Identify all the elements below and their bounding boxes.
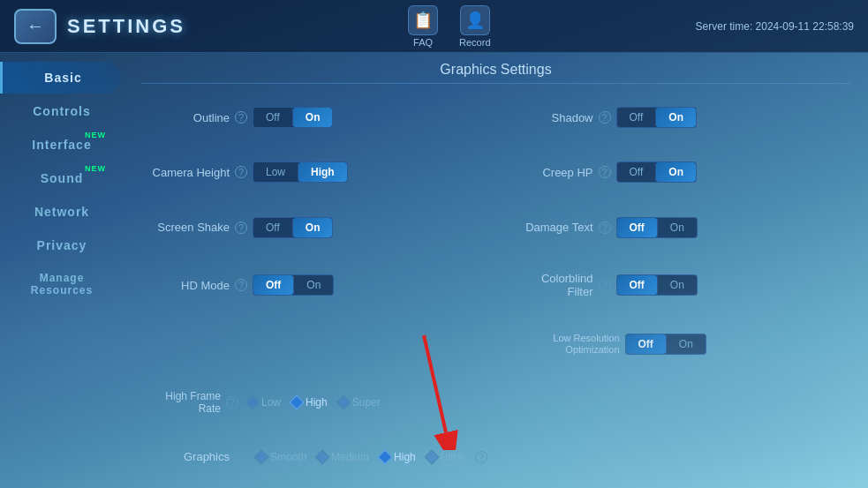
back-button[interactable]: ← — [14, 9, 57, 44]
sidebar: Basic Controls NEW Interface NEW Sound N… — [0, 53, 124, 488]
hd-mode-off-btn[interactable]: Off — [253, 275, 293, 295]
outline-help[interactable]: ? — [235, 111, 247, 124]
shadow-help[interactable]: ? — [599, 111, 611, 124]
camera-high-btn[interactable]: High — [298, 162, 347, 182]
graphics-label: Graphics — [141, 450, 230, 463]
camera-height-label: Camera Height — [141, 166, 230, 179]
outline-on-btn[interactable]: On — [293, 108, 333, 127]
screen-shake-label: Screen Shake — [141, 221, 230, 234]
shadow-row: Shadow ? Off On — [505, 93, 851, 142]
shadow-on-btn[interactable]: On — [656, 108, 696, 127]
hd-mode-label: HD Mode — [141, 279, 230, 292]
sidebar-item-manage[interactable]: Manage Resources — [0, 263, 124, 305]
new-badge-sound: NEW — [85, 164, 106, 173]
frame-high-label: High — [306, 396, 328, 409]
graphics-ultra-option[interactable]: Ultra — [423, 449, 466, 465]
top-center-icons: 📋 FAQ 👤 Record — [408, 5, 490, 48]
record-button[interactable]: 👤 Record — [459, 5, 490, 48]
hd-mode-toggle: Off On — [253, 274, 334, 296]
creep-hp-on-btn[interactable]: On — [656, 162, 696, 182]
page-title: SETTINGS — [67, 15, 185, 38]
sidebar-item-network[interactable]: Network — [0, 196, 124, 228]
creep-hp-label: Creep HP — [505, 166, 593, 179]
shadow-toggle: Off On — [616, 107, 697, 128]
hd-mode-on-btn[interactable]: On — [294, 275, 333, 295]
camera-low-btn[interactable]: Low — [253, 162, 298, 182]
colorblind-row: ColorblindFilter ? Off On — [505, 258, 851, 313]
graphics-ultra-diamond — [424, 449, 439, 464]
frame-super-option[interactable]: Super — [335, 394, 384, 410]
screen-shake-row: Screen Shake ? Off On — [141, 202, 487, 252]
top-bar: ← SETTINGS 📋 FAQ 👤 Record Server time: 2… — [0, 0, 868, 53]
frame-high-diamond — [290, 395, 305, 410]
graphics-medium-label: Medium — [331, 451, 369, 463]
damage-text-off-btn[interactable]: Off — [617, 218, 657, 237]
server-time: Server time: 2024-09-11 22:58:39 — [696, 20, 854, 33]
graphics-quality-help[interactable]: ? — [475, 451, 487, 463]
faq-button[interactable]: 📋 FAQ — [408, 5, 438, 48]
frame-low-diamond — [245, 395, 260, 410]
colorblind-off-btn[interactable]: Off — [617, 275, 657, 295]
low-res-row: Low ResolutionOptimization Off On — [505, 319, 851, 371]
creep-hp-help[interactable]: ? — [599, 166, 611, 178]
graphics-ultra-label: Ultra — [441, 451, 463, 463]
section-title: Graphics Settings — [141, 62, 850, 84]
colorblind-toggle: Off On — [616, 274, 698, 296]
low-res-toggle: Off On — [625, 334, 706, 355]
colorblind-help[interactable]: ? — [599, 279, 611, 291]
frame-super-diamond — [336, 395, 351, 410]
screen-shake-help[interactable]: ? — [235, 221, 247, 234]
frame-rate-row: High FrameRate ? Low High Super — [141, 376, 850, 430]
frame-rate-help[interactable]: ? — [226, 396, 238, 409]
graphics-row: Graphics ? Smooth Medium High — [141, 435, 850, 479]
frame-rate-label: High FrameRate — [141, 390, 221, 416]
record-icon: 👤 — [460, 5, 490, 35]
frame-high-option[interactable]: High — [288, 394, 331, 410]
camera-height-toggle: Low High — [253, 161, 348, 183]
outline-row: Outline ? Off On — [141, 93, 487, 142]
new-badge-interface: NEW — [85, 131, 106, 139]
damage-text-toggle: Off On — [616, 217, 698, 238]
outline-off-btn[interactable]: Off — [253, 108, 292, 127]
damage-text-on-btn[interactable]: On — [658, 218, 697, 237]
sidebar-item-basic[interactable]: Basic — [0, 62, 124, 94]
frame-super-label: Super — [352, 396, 381, 409]
sidebar-item-controls[interactable]: Controls — [0, 95, 124, 127]
low-res-off-btn[interactable]: Off — [626, 334, 666, 354]
main-layout: Basic Controls NEW Interface NEW Sound N… — [0, 53, 868, 488]
damage-text-row: Damage Text ? Off On — [505, 202, 851, 252]
creep-hp-toggle: Off On — [616, 161, 697, 183]
content-area: Graphics Settings Outline ? Off On Shado… — [124, 53, 868, 488]
screen-shake-off-btn[interactable]: Off — [253, 218, 292, 237]
faq-label: FAQ — [413, 37, 433, 48]
frame-rate-slider: Low High Super — [244, 394, 384, 410]
graphics-medium-option[interactable]: Medium — [313, 449, 373, 465]
graphics-high-diamond — [378, 449, 393, 464]
creep-hp-off-btn[interactable]: Off — [617, 162, 656, 182]
outline-toggle: Off On — [253, 107, 333, 128]
sidebar-item-privacy[interactable]: Privacy — [0, 229, 124, 261]
frame-low-option[interactable]: Low — [244, 394, 284, 410]
sidebar-item-sound[interactable]: NEW Sound — [0, 162, 124, 194]
shadow-off-btn[interactable]: Off — [617, 108, 656, 127]
graphics-smooth-option[interactable]: Smooth — [253, 449, 310, 465]
record-label: Record — [459, 37, 490, 48]
colorblind-on-btn[interactable]: On — [658, 275, 697, 295]
faq-icon: 📋 — [408, 5, 438, 35]
low-res-label: Low ResolutionOptimization — [505, 333, 620, 356]
hd-mode-help[interactable]: ? — [235, 279, 247, 291]
low-res-on-btn[interactable]: On — [667, 334, 706, 354]
screen-shake-on-btn[interactable]: On — [293, 218, 333, 237]
graphics-smooth-label: Smooth — [270, 451, 306, 463]
graphics-slider: Smooth Medium High Ultra ? — [253, 449, 487, 465]
outline-label: Outline — [141, 111, 230, 124]
hd-mode-row: HD Mode ? Off On — [141, 258, 487, 313]
graphics-help[interactable]: ? — [235, 451, 247, 463]
frame-low-label: Low — [261, 396, 281, 409]
camera-height-help[interactable]: ? — [235, 166, 247, 178]
graphics-medium-diamond — [315, 449, 330, 464]
graphics-high-option[interactable]: High — [376, 449, 419, 465]
damage-text-help[interactable]: ? — [599, 221, 611, 234]
sidebar-item-interface[interactable]: NEW Interface — [0, 129, 124, 161]
settings-grid: Outline ? Off On Shadow ? Off On — [141, 93, 850, 479]
